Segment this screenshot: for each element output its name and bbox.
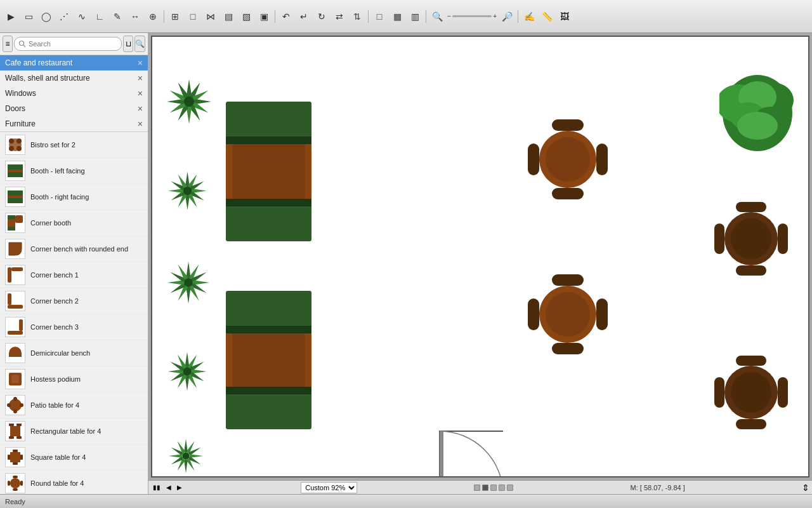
canvas[interactable] [151,36,809,478]
item-square-table-4[interactable]: Square table for 4 [0,444,148,471]
snap7-tool[interactable]: ▣ [256,8,272,25]
svg-point-149 [546,292,590,337]
arc3-tool[interactable]: ↻ [313,8,330,25]
line-tool[interactable]: ⋰ [56,8,72,25]
canvas-wrap: ▮▮ ◀ ▶ Custom 92% 50% 75% 100% 150% [148,33,812,494]
close-cafe-icon[interactable]: × [138,58,143,68]
snap6-tool[interactable]: ▧ [238,8,254,25]
category-furniture[interactable]: Furniture × [0,116,148,131]
item-corner-bench-2[interactable]: Corner bench 2 [0,288,148,314]
svg-point-99 [183,368,192,376]
round-table-4[interactable] [713,354,789,431]
snap3-tool[interactable]: □ [185,8,201,25]
patio-table-icon [5,395,25,415]
round-table-3[interactable] [527,273,609,356]
round-table-2[interactable] [713,201,789,277]
rotate-tool[interactable]: ⇄ [331,8,348,25]
item-corner-bench-rounded[interactable]: Corner bench with rounded end [0,236,148,262]
category-cafe[interactable]: Cafe and restaurant × [0,55,148,70]
close-furniture-icon[interactable]: × [138,119,143,129]
symbol3-tool[interactable]: ▥ [407,8,423,25]
category-doors[interactable]: Doors × [0,101,148,116]
item-bistro-set[interactable]: Bistro set for 2 [0,132,148,158]
flip-tool[interactable]: ⇅ [349,8,365,25]
svg-rect-35 [13,450,18,452]
item-booth-left[interactable]: Booth - left facing [0,158,148,184]
symbol-tool[interactable]: □ [371,8,388,25]
svg-rect-133 [552,188,584,199]
zoom-dot-2 [482,485,488,491]
grid-view-btn[interactable]: ⊔ [123,36,133,52]
svg-rect-7 [8,172,23,177]
round-table-4-icon [5,473,25,493]
category-list: Cafe and restaurant × Walls, shell and s… [0,55,148,132]
corner-bench-rounded-icon [5,239,25,259]
search-btn[interactable]: 🔍 [134,36,145,52]
item-corner-bench-3[interactable]: Corner bench 3 [0,314,148,340]
plant-4 [164,348,211,395]
booth-2[interactable] [226,291,311,429]
svg-rect-125 [226,199,311,206]
zoom-in-tool[interactable]: 🔍 [429,8,445,25]
svg-rect-135 [596,144,608,175]
canvas-container[interactable] [148,33,812,480]
search-input[interactable] [14,37,122,51]
zoom-select[interactable]: Custom 92% 50% 75% 100% 150% [301,482,357,493]
item-patio-table[interactable]: Patio table for 4 [0,392,148,418]
expand-icon[interactable]: ⇕ [802,483,809,493]
measure-tool[interactable]: 📏 [539,8,555,25]
svg-rect-123 [226,203,311,241]
patio-table-label: Patio table for 4 [30,401,79,410]
close-walls-icon[interactable]: × [138,73,143,83]
item-rect-table-4[interactable]: Rectangular table for 4 [0,418,148,444]
zoom-out-tool[interactable]: 🔎 [499,8,515,25]
status-ready: Ready [5,498,25,505]
item-booth-right[interactable]: Booth - right facing [0,184,148,210]
svg-rect-15 [8,267,11,283]
svg-point-1 [9,138,14,144]
snap5-tool[interactable]: ▤ [220,8,237,25]
item-round-table-4[interactable]: Round table for 4 [0,471,148,494]
snap-tool[interactable]: ⊕ [145,8,161,25]
close-doors-icon[interactable]: × [138,104,143,114]
pen-tool[interactable]: ✎ [109,8,126,25]
category-windows[interactable]: Windows × [0,86,148,101]
corner-bench-3-icon [5,317,25,337]
arc2-tool[interactable]: ↵ [296,8,312,25]
snap2-tool[interactable]: ⊞ [167,8,183,25]
svg-rect-10 [8,198,23,203]
svg-rect-134 [528,144,539,175]
prev-btn[interactable]: ◀ [164,484,173,491]
svg-rect-42 [8,481,10,486]
item-corner-bench-1[interactable]: Corner bench 1 [0,262,148,288]
item-hostess-podium[interactable]: Hostess podium [0,366,148,392]
symbol2-tool[interactable]: ▦ [389,8,405,25]
next-btn[interactable]: ▶ [175,484,184,491]
select-tool[interactable]: ▶ [3,8,19,25]
pan-tool[interactable]: ✍ [521,8,537,25]
dimension-tool[interactable]: ↔ [127,8,143,25]
list-view-btn[interactable]: ≡ [3,36,13,52]
svg-point-143 [731,218,771,259]
round-table-1[interactable] [527,118,609,201]
pause-btn[interactable]: ▮▮ [151,484,162,491]
bezier-tool[interactable]: ∿ [74,8,90,25]
polyline-tool[interactable]: ∟ [91,8,108,25]
svg-point-39 [10,478,20,488]
svg-point-3 [9,146,14,151]
snap4-tool[interactable]: ⋈ [202,8,219,25]
category-walls[interactable]: Walls, shell and structure × [0,70,148,86]
arc-tool[interactable]: ↶ [278,8,294,25]
svg-rect-32 [9,436,14,439]
rect-tool[interactable]: ▭ [20,8,37,25]
sep1 [164,10,164,23]
eyedropper-tool[interactable]: 🖽 [556,8,573,25]
demicircular-bench-label: Demicircular bench [30,349,90,358]
ellipse-tool[interactable]: ◯ [38,8,55,25]
booth-1[interactable] [226,102,311,241]
svg-rect-38 [20,455,23,460]
close-windows-icon[interactable]: × [138,88,143,98]
item-demicircular-bench[interactable]: Demicircular bench [0,340,148,366]
hostess-podium-icon [5,369,25,389]
item-corner-booth[interactable]: Corner booth [0,210,148,236]
